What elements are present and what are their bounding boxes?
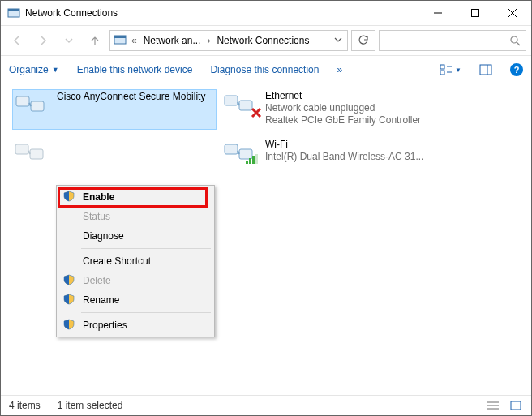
command-bar: Organize▼ Enable this network device Dia… <box>1 55 531 84</box>
svg-rect-20 <box>225 96 238 105</box>
maximize-button[interactable] <box>457 1 494 25</box>
search-input[interactable] <box>379 30 526 51</box>
separator <box>81 312 211 313</box>
recent-dropdown[interactable] <box>58 29 80 52</box>
search-icon <box>509 35 521 46</box>
chevron-down-icon: ▼ <box>455 66 461 74</box>
ctx-label: Delete <box>83 275 111 286</box>
chevron-right-icon[interactable]: › <box>205 35 212 46</box>
more-commands[interactable]: » <box>337 64 342 75</box>
ctx-diagnose[interactable]: Diagnose <box>58 226 212 246</box>
svg-point-8 <box>511 36 517 43</box>
svg-rect-26 <box>246 161 248 164</box>
svg-line-9 <box>517 42 520 45</box>
svg-rect-1 <box>8 9 19 11</box>
diagnose-label: Diagnose this connection <box>210 64 319 75</box>
view-options-button[interactable]: ▼ <box>440 64 461 75</box>
breadcrumb-segment[interactable]: Network an... <box>142 35 203 46</box>
help-button[interactable]: ? <box>510 63 523 76</box>
svg-rect-33 <box>511 401 521 410</box>
ctx-label: Properties <box>83 320 127 331</box>
back-button[interactable] <box>6 29 28 52</box>
svg-rect-11 <box>440 71 444 75</box>
item-name: Wi-Fi <box>265 139 423 151</box>
enable-device-button[interactable]: Enable this network device <box>77 64 193 75</box>
ctx-create-shortcut[interactable]: Create Shortcut <box>58 251 212 271</box>
control-panel-icon <box>7 6 20 19</box>
window-controls <box>419 1 531 25</box>
svg-rect-17 <box>31 101 44 111</box>
organize-button[interactable]: Organize▼ <box>9 64 59 75</box>
shield-icon <box>63 191 75 204</box>
details-view-button[interactable] <box>486 400 500 411</box>
ctx-label: Enable <box>83 191 114 203</box>
ctx-properties[interactable]: Properties <box>58 315 212 335</box>
ctx-rename[interactable]: Rename <box>58 290 212 310</box>
svg-rect-19 <box>30 149 43 159</box>
chevron-down-icon: ▼ <box>52 66 59 74</box>
context-menu: Enable Status Diagnose Create Shortcut D… <box>56 185 215 337</box>
refresh-button[interactable] <box>351 30 375 51</box>
organize-label: Organize <box>9 64 49 75</box>
shield-icon <box>63 319 75 332</box>
ctx-enable[interactable]: Enable <box>58 187 212 207</box>
status-bar: 4 items 1 item selected <box>1 395 531 415</box>
navbar: « Network an... › Network Connections <box>1 25 531 55</box>
chevron-left-icon[interactable]: « <box>130 35 139 46</box>
svg-rect-10 <box>440 65 444 69</box>
item-count: 4 items <box>9 400 41 411</box>
network-item-wifi[interactable]: Wi-Fi Intel(R) Dual Band Wireless-AC 31.… <box>221 138 424 177</box>
network-item-ethernet[interactable]: Ethernet Network cable unplugged Realtek… <box>221 89 424 128</box>
network-item-cisco[interactable]: Cisco AnyConnect Secure Mobility <box>12 89 217 130</box>
shield-icon <box>63 274 75 288</box>
svg-rect-3 <box>472 10 479 17</box>
content-area: Cisco AnyConnect Secure Mobility Etherne… <box>1 84 531 395</box>
svg-rect-7 <box>114 36 126 38</box>
enable-label: Enable this network device <box>77 64 193 75</box>
ctx-delete: Delete <box>58 271 212 290</box>
separator <box>49 400 49 411</box>
error-icon <box>251 107 262 121</box>
preview-pane-button[interactable] <box>479 64 492 75</box>
item-name: Cisco AnyConnect Secure Mobility <box>57 91 205 103</box>
breadcrumb-segment[interactable]: Network Connections <box>215 35 311 46</box>
forward-button[interactable] <box>32 29 54 52</box>
address-bar[interactable]: « Network an... › Network Connections <box>109 30 348 51</box>
ctx-status: Status <box>58 207 212 226</box>
selected-count: 1 item selected <box>58 400 123 411</box>
large-icons-view-button[interactable] <box>508 400 523 411</box>
network-adapter-icon <box>15 92 49 118</box>
close-button[interactable] <box>494 1 531 25</box>
more-label: » <box>337 64 342 75</box>
ctx-label: Create Shortcut <box>83 255 151 267</box>
svg-rect-18 <box>15 144 28 154</box>
item-status: Network cable unplugged <box>265 102 421 114</box>
svg-rect-16 <box>16 96 29 106</box>
control-panel-icon <box>114 33 127 49</box>
item-name: Ethernet <box>265 90 421 102</box>
ctx-label: Rename <box>83 294 119 306</box>
window-title: Network Connections <box>25 7 118 19</box>
item-adapter: Realtek PCIe GbE Family Controller <box>265 114 421 127</box>
ctx-label: Diagnose <box>83 230 124 242</box>
svg-rect-24 <box>225 144 238 154</box>
separator <box>81 248 211 249</box>
svg-rect-28 <box>252 156 255 164</box>
shield-icon <box>63 294 75 307</box>
minimize-button[interactable] <box>419 1 457 25</box>
svg-rect-14 <box>480 65 491 75</box>
item-adapter: Intel(R) Dual Band Wireless-AC 31... <box>265 151 423 163</box>
chevron-down-icon[interactable] <box>332 35 344 46</box>
network-adapter-icon <box>14 139 48 165</box>
diagnose-button[interactable]: Diagnose this connection <box>210 64 319 75</box>
titlebar: Network Connections <box>1 1 531 25</box>
svg-rect-29 <box>255 154 258 164</box>
up-button[interactable] <box>84 29 106 52</box>
window: Network Connections « Network an... › Ne… <box>0 0 532 416</box>
network-item-hidden[interactable] <box>12 138 215 177</box>
svg-rect-27 <box>249 158 251 164</box>
ctx-label: Status <box>83 211 110 222</box>
signal-bars-icon <box>246 154 259 166</box>
